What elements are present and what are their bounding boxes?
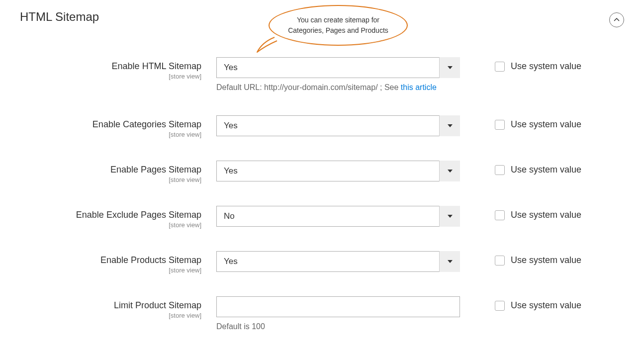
callout-text-line2: Categories, Pages and Products [288, 26, 388, 34]
field-row-limit-product-sitemap: Limit Product Sitemap [store view] Defau… [20, 296, 624, 332]
help-callout: You can create sitemap for Categories, P… [269, 5, 408, 46]
chevron-down-icon [447, 66, 453, 70]
field-check-col: Use system value [460, 161, 581, 175]
enable-categories-sitemap-select[interactable]: Yes [216, 115, 460, 136]
enable-html-sitemap-select[interactable]: Yes [216, 57, 460, 78]
field-label-col: Enable Exclude Pages Sitemap [store view… [20, 206, 216, 229]
field-row-enable-categories-sitemap: Enable Categories Sitemap [store view] Y… [20, 115, 624, 138]
field-input-col: Yes [216, 251, 460, 272]
select-arrow [439, 161, 460, 181]
select-arrow [439, 251, 460, 272]
field-scope: [store view] [20, 176, 201, 183]
use-system-value-label[interactable]: Use system value [511, 61, 581, 72]
field-label: Enable Pages Sitemap [20, 165, 201, 175]
field-check-col: Use system value [460, 296, 581, 311]
field-input-col: Yes [216, 115, 460, 136]
limit-product-sitemap-input[interactable] [216, 296, 460, 317]
select-arrow [439, 206, 460, 227]
use-system-value-checkbox[interactable] [495, 62, 505, 72]
field-label-col: Enable Products Sitemap [store view] [20, 251, 216, 274]
chevron-down-icon [447, 169, 453, 173]
select-value: Yes [216, 115, 460, 136]
helper-text: Default URL: http://your-domain.com/site… [216, 82, 460, 93]
field-label-col: Limit Product Sitemap [store view] [20, 296, 216, 319]
field-input-col: Yes [216, 161, 460, 181]
field-check-col: Use system value [460, 57, 581, 72]
field-input-col: No [216, 206, 460, 227]
use-system-value-checkbox[interactable] [495, 256, 505, 265]
select-arrow [439, 115, 460, 136]
callout-tail-icon [255, 35, 279, 55]
field-label: Enable Exclude Pages Sitemap [20, 210, 201, 220]
section-header: HTML Sitemap You can create sitemap for … [20, 10, 624, 27]
select-value: No [216, 206, 460, 227]
use-system-value-checkbox[interactable] [495, 210, 505, 220]
field-label-col: Enable Categories Sitemap [store view] [20, 115, 216, 138]
chevron-down-icon [447, 124, 453, 128]
field-scope: [store view] [20, 73, 201, 80]
use-system-value-label[interactable]: Use system value [511, 300, 581, 311]
use-system-value-checkbox[interactable] [495, 120, 505, 130]
field-row-enable-pages-sitemap: Enable Pages Sitemap [store view] Yes Us… [20, 161, 624, 183]
chevron-down-icon [447, 260, 453, 264]
callout-bubble: You can create sitemap for Categories, P… [269, 5, 408, 46]
field-label: Limit Product Sitemap [20, 300, 201, 311]
chevron-up-icon [614, 17, 620, 23]
field-scope: [store view] [20, 312, 201, 319]
field-input-col: Yes Default URL: http://your-domain.com/… [216, 57, 460, 93]
field-label-col: Enable Pages Sitemap [store view] [20, 161, 216, 183]
field-scope: [store view] [20, 131, 201, 138]
select-value: Yes [216, 251, 460, 272]
field-check-col: Use system value [460, 206, 581, 220]
field-label: Enable HTML Sitemap [20, 61, 201, 72]
select-arrow [439, 57, 460, 78]
use-system-value-label[interactable]: Use system value [511, 210, 581, 220]
use-system-value-checkbox[interactable] [495, 301, 505, 311]
field-row-enable-html-sitemap: Enable HTML Sitemap [store view] Yes Def… [20, 57, 624, 93]
field-label: Enable Products Sitemap [20, 255, 201, 265]
enable-exclude-pages-sitemap-select[interactable]: No [216, 206, 460, 227]
field-label-col: Enable HTML Sitemap [store view] [20, 57, 216, 80]
use-system-value-label[interactable]: Use system value [511, 165, 581, 175]
helper-link[interactable]: this article [401, 83, 437, 91]
section-title: HTML Sitemap [20, 10, 99, 24]
field-label: Enable Categories Sitemap [20, 119, 201, 130]
field-input-col: Default is 100 [216, 296, 460, 332]
field-scope: [store view] [20, 266, 201, 274]
select-value: Yes [216, 161, 460, 181]
enable-pages-sitemap-select[interactable]: Yes [216, 161, 460, 181]
chevron-down-icon [447, 214, 453, 218]
use-system-value-checkbox[interactable] [495, 165, 505, 175]
helper-prefix: Default URL: http://your-domain.com/site… [216, 83, 401, 91]
enable-products-sitemap-select[interactable]: Yes [216, 251, 460, 272]
field-scope: [store view] [20, 221, 201, 229]
collapse-section-button[interactable] [609, 12, 624, 27]
helper-text: Default is 100 [216, 321, 460, 332]
field-check-col: Use system value [460, 251, 581, 265]
select-value: Yes [216, 57, 460, 78]
field-check-col: Use system value [460, 115, 581, 130]
callout-text-line1: You can create sitemap for [297, 16, 379, 24]
use-system-value-label[interactable]: Use system value [511, 119, 581, 130]
field-row-enable-exclude-pages-sitemap: Enable Exclude Pages Sitemap [store view… [20, 206, 624, 229]
use-system-value-label[interactable]: Use system value [511, 255, 581, 265]
field-row-enable-products-sitemap: Enable Products Sitemap [store view] Yes… [20, 251, 624, 274]
